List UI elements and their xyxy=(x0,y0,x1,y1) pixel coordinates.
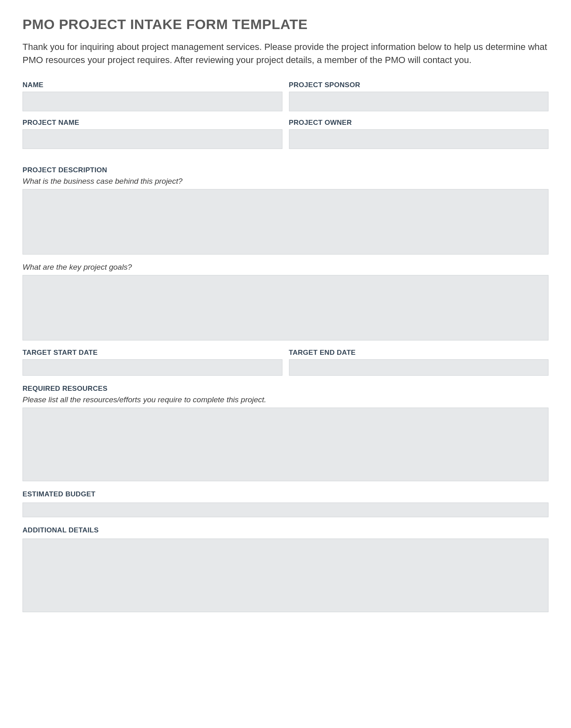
additional-details-textarea[interactable] xyxy=(23,539,548,612)
project-name-input[interactable] xyxy=(23,129,282,149)
business-case-textarea[interactable] xyxy=(23,189,548,255)
project-sponsor-input[interactable] xyxy=(289,92,549,111)
business-case-prompt: What is the business case behind this pr… xyxy=(23,177,548,186)
project-sponsor-label: PROJECT SPONSOR xyxy=(289,81,549,89)
required-resources-prompt: Please list all the resources/efforts yo… xyxy=(23,395,548,404)
project-name-label: PROJECT NAME xyxy=(23,119,282,127)
key-goals-prompt: What are the key project goals? xyxy=(23,263,548,272)
required-resources-label: REQUIRED RESOURCES xyxy=(23,385,548,393)
estimated-budget-input[interactable] xyxy=(23,503,548,517)
additional-details-label: ADDITIONAL DETAILS xyxy=(23,526,548,534)
estimated-budget-label: ESTIMATED BUDGET xyxy=(23,490,548,498)
target-end-date-label: TARGET END DATE xyxy=(289,349,549,357)
intro-paragraph: Thank you for inquiring about project ma… xyxy=(23,41,548,67)
target-start-date-label: TARGET START DATE xyxy=(23,349,282,357)
page-title: PMO PROJECT INTAKE FORM TEMPLATE xyxy=(23,16,548,32)
project-owner-label: PROJECT OWNER xyxy=(289,119,549,127)
row-projectname-owner: PROJECT NAME PROJECT OWNER xyxy=(23,119,548,149)
row-name-sponsor: NAME PROJECT SPONSOR xyxy=(23,81,548,111)
required-resources-textarea[interactable] xyxy=(23,408,548,481)
target-end-date-input[interactable] xyxy=(289,359,549,376)
name-label: NAME xyxy=(23,81,282,89)
key-goals-textarea[interactable] xyxy=(23,275,548,340)
project-description-label: PROJECT DESCRIPTION xyxy=(23,166,548,174)
target-start-date-input[interactable] xyxy=(23,359,282,376)
name-input[interactable] xyxy=(23,92,282,111)
row-target-dates: TARGET START DATE TARGET END DATE xyxy=(23,349,548,376)
project-owner-input[interactable] xyxy=(289,129,549,149)
